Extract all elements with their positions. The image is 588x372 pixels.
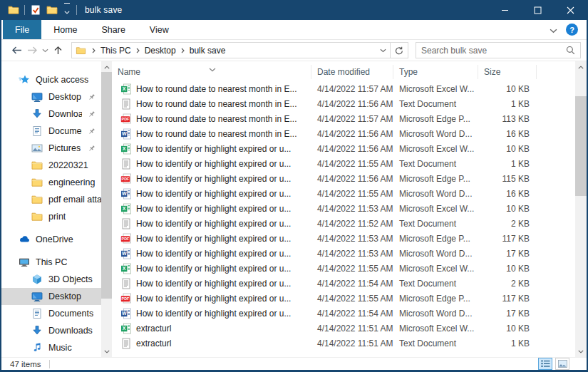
pin-icon — [88, 145, 96, 153]
qat-customize-bar — [64, 3, 70, 4]
scroll-down-icon[interactable] — [575, 346, 587, 357]
file-row[interactable]: W How to identify or highlight expired o… — [112, 186, 575, 201]
sidebar-item-desktop[interactable]: Desktop — [1, 288, 101, 305]
file-row[interactable]: W How to identify or highlight expired o… — [112, 306, 575, 321]
file-row[interactable]: PDF How to round date to nearest month i… — [112, 111, 575, 126]
column-header-size[interactable]: Size — [478, 65, 537, 79]
address-bar[interactable]: This PCDesktopbulk save — [71, 42, 391, 58]
scroll-up-icon[interactable] — [101, 61, 112, 73]
file-row[interactable]: X How to identify or highlight expired o… — [112, 201, 575, 216]
file-row[interactable]: W How to identify or highlight expired o… — [112, 246, 575, 261]
file-row[interactable]: PDF How to identify or highlight expired… — [112, 291, 575, 306]
list-scrollbar[interactable] — [575, 61, 587, 357]
file-date: 4/14/2022 11:51 AM — [311, 339, 393, 348]
tab-view[interactable]: View — [138, 20, 181, 39]
file-name: How to identify or highlight expired or … — [136, 294, 291, 304]
file-name-cell: How to round date to nearest month in E.… — [112, 98, 311, 110]
file-size: 117 KB — [478, 234, 537, 244]
chevron-down-icon — [64, 4, 70, 17]
sidebar-item-documents[interactable]: Documents — [1, 305, 101, 322]
navigation-toolbar: This PCDesktopbulk save — [1, 40, 587, 61]
file-name-cell: X How to identify or highlight expired o… — [112, 203, 311, 215]
sidebar-item-onedrive[interactable]: OneDrive — [1, 231, 101, 248]
minimize-button[interactable] — [488, 0, 521, 20]
thumbnails-view-button[interactable] — [555, 358, 569, 370]
file-row[interactable]: X How to round date to nearest month in … — [112, 81, 575, 96]
file-date: 4/14/2022 11:55 AM — [311, 159, 393, 169]
file-row[interactable]: How to identify or highlight expired or … — [112, 276, 575, 291]
scroll-up-icon[interactable] — [575, 61, 587, 73]
file-row[interactable]: X extracturl 4/14/2022 11:51 AM Microsof… — [112, 321, 575, 336]
search-icon[interactable] — [566, 46, 580, 55]
view-toggle-buttons — [538, 358, 587, 370]
tab-home[interactable]: Home — [41, 20, 89, 39]
sidebar-item-music[interactable]: Music — [1, 339, 101, 356]
ribbon-expand-button[interactable] — [550, 24, 557, 36]
refresh-button[interactable] — [391, 42, 408, 58]
tab-file[interactable]: File — [3, 20, 41, 39]
status-bar: 47 items — [1, 357, 587, 370]
file-date: 4/14/2022 11:57 AM — [311, 84, 393, 94]
breadcrumb-item[interactable]: Desktop — [143, 46, 178, 56]
svg-text:PDF: PDF — [122, 296, 130, 301]
help-button[interactable]: ? — [566, 24, 578, 36]
file-date: 4/14/2022 11:56 AM — [311, 129, 393, 139]
sidebar-item-downloads[interactable]: Downloads — [1, 105, 101, 123]
sidebar-item-desktop[interactable]: Desktop — [1, 88, 101, 105]
breadcrumb-item[interactable]: This PC — [98, 46, 133, 56]
text-file-icon — [120, 158, 132, 170]
qat-properties-icon[interactable] — [30, 4, 41, 16]
excel-file-icon: X — [120, 83, 132, 95]
desktop-icon — [31, 91, 43, 103]
sidebar-item-20220321[interactable]: 20220321 — [1, 157, 101, 174]
file-row[interactable]: PDF How to identify or highlight expired… — [112, 231, 575, 246]
back-button[interactable] — [9, 43, 24, 58]
sidebar-scrollbar[interactable] — [101, 61, 112, 357]
file-row[interactable]: W How to round date to nearest month in … — [112, 126, 575, 141]
qat-new-folder-icon[interactable] — [46, 4, 58, 16]
sidebar-item-pictures[interactable]: Pictures — [1, 140, 101, 157]
breadcrumb-item[interactable]: bulk save — [187, 46, 228, 56]
sidebar-item-print[interactable]: print — [1, 208, 101, 225]
file-row[interactable]: How to round date to nearest month in E.… — [112, 96, 575, 111]
address-dropdown-button[interactable] — [376, 43, 390, 58]
file-name: How to round date to nearest month in E.… — [136, 129, 296, 139]
tab-share[interactable]: Share — [90, 20, 138, 39]
recent-locations-button[interactable] — [40, 43, 50, 58]
file-date: 4/14/2022 11:56 AM — [311, 174, 393, 184]
file-date: 4/14/2022 11:53 AM — [311, 204, 393, 214]
column-header-type[interactable]: Type — [393, 65, 478, 79]
sidebar-item-documents[interactable]: Documents — [1, 123, 101, 140]
file-size: 10 KB — [478, 204, 537, 214]
file-size: 113 KB — [478, 114, 537, 124]
forward-button[interactable] — [24, 43, 40, 58]
svg-text:X: X — [123, 146, 126, 151]
downloads-icon — [31, 325, 43, 336]
search-input[interactable] — [416, 46, 566, 56]
sidebar-scroll-thumb[interactable] — [101, 72, 112, 299]
qat-customize-button[interactable] — [63, 3, 71, 17]
sidebar-item-3d-objects[interactable]: 3D Objects — [1, 271, 101, 288]
file-date: 4/14/2022 11:54 AM — [311, 309, 393, 319]
file-name: How to identify or highlight expired or … — [136, 189, 291, 199]
scroll-down-icon[interactable] — [101, 346, 112, 357]
file-row[interactable]: X How to identify or highlight expired o… — [112, 141, 575, 156]
up-button[interactable] — [50, 43, 66, 58]
maximize-button[interactable] — [521, 0, 554, 20]
file-row[interactable]: X How to identify or highlight expired o… — [112, 261, 575, 276]
file-row[interactable]: extracturl 4/14/2022 11:51 AM Text Docum… — [112, 336, 575, 351]
sidebar-item-engineering[interactable]: engineering — [1, 174, 101, 191]
details-view-button[interactable] — [538, 358, 552, 370]
sidebar-item-pdf-email-attach[interactable]: pdf email attach — [1, 191, 101, 208]
list-scroll-thumb[interactable] — [575, 96, 587, 196]
file-row[interactable]: How to identify or highlight expired or … — [112, 216, 575, 231]
column-header-date-modified[interactable]: Date modified — [311, 65, 393, 79]
sidebar-item-quick-access[interactable]: Quick access — [1, 71, 101, 88]
close-button[interactable] — [554, 0, 587, 20]
sort-direction-icon[interactable] — [209, 62, 216, 75]
file-row[interactable]: How to identify or highlight expired or … — [112, 156, 575, 171]
sidebar-item-downloads[interactable]: Downloads — [1, 322, 101, 339]
file-name: How to round date to nearest month in E.… — [136, 99, 296, 109]
sidebar-item-this-pc[interactable]: This PC — [1, 254, 101, 271]
file-row[interactable]: PDF How to identify or highlight expired… — [112, 171, 575, 186]
